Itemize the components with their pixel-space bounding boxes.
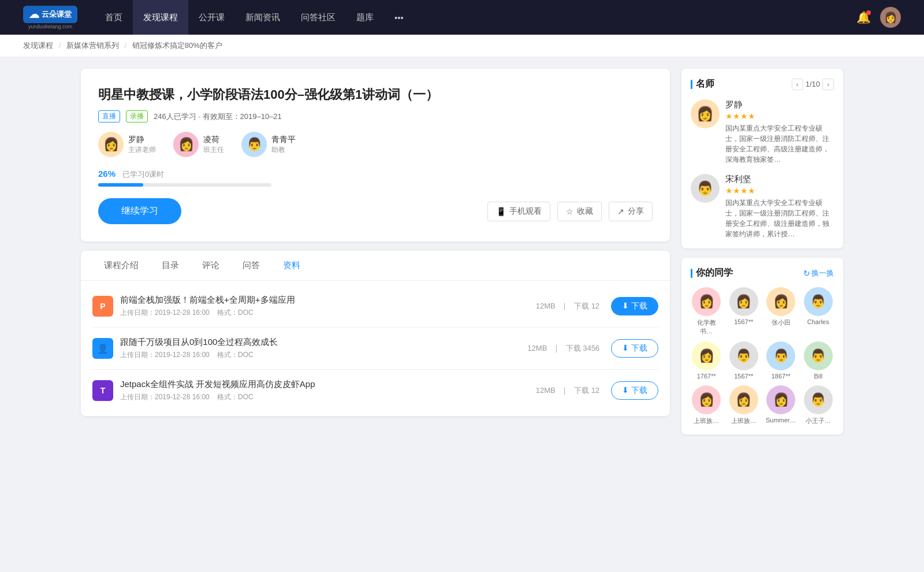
breadcrumb-item-1[interactable]: 发现课程 [23,41,53,50]
nav-menu: 首页 发现课程 公开课 新闻资讯 问答社区 题库 ••• [95,0,856,35]
classmate-name-4: 1767** [697,373,716,380]
mobile-label: 手机观看 [509,206,542,217]
classmate-4[interactable]: 👩 1767** [691,341,722,380]
badge-record: 录播 [126,110,148,122]
tab-resources[interactable]: 资料 [271,251,312,280]
resource-title-1: 跟随千万级项目从0到100全过程高效成长 [120,337,527,348]
teachers-pagination: ‹ 1/10 › [792,79,834,90]
classmate-6[interactable]: 👨 1867** [765,341,797,380]
classmate-3[interactable]: 👨 Charles [803,287,834,336]
page-info: 1/10 [806,80,820,88]
classmate-name-9: 上班族… [731,417,757,425]
sidebar-teacher-stars-0: ★★★★ [725,112,834,121]
classmate-avatar-5: 👨 [729,341,758,370]
notification-bell[interactable]: 🔔 [856,10,871,24]
resource-icon-1: 👤 [92,338,113,359]
content-left: 明星中教授课，小学阶段语法100分–强化级第1讲动词（一） 直播 录播 246人… [81,69,670,434]
download-button-1[interactable]: ⬇ 下载 [611,339,658,358]
classmate-11[interactable]: 👨 小王子… [803,385,834,425]
classmate-5[interactable]: 👨 1567** [728,341,760,380]
collect-label: 收藏 [577,206,593,217]
classmate-name-6: 1867** [772,373,791,380]
resource-icon-2: T [92,380,113,401]
classmate-name-7: Bill [814,373,822,380]
action-row: 继续学习 📱 手机观看 ☆ 收藏 ↗ 分享 [98,198,653,224]
classmate-1[interactable]: 👩 1567** [728,287,760,336]
classmate-10[interactable]: 👩 Summer… [765,385,797,425]
nav-item-home[interactable]: 首页 [95,0,133,35]
next-page-button[interactable]: › [822,79,834,90]
share-icon: ↗ [617,207,624,216]
nav-item-qa[interactable]: 问答社区 [290,0,346,35]
resource-stats-0: 12MB ｜ 下载 12 [536,301,599,311]
nav-item-quiz[interactable]: 题库 [346,0,384,35]
breadcrumb-item-2[interactable]: 新媒体营销系列 [66,41,119,50]
share-button[interactable]: ↗ 分享 [609,202,653,221]
action-buttons: 📱 手机观看 ☆ 收藏 ↗ 分享 [487,202,653,221]
teachers-title-text: 名师 [696,78,714,90]
classmate-name-8: 上班族… [694,417,719,425]
teacher-2: 👨 青青平 助教 [241,132,296,157]
classmate-name-11: 小王子… [806,417,831,425]
sidebar-teacher-avatar-1: 👨 [691,174,720,203]
classmate-avatar-10: 👩 [766,385,795,414]
tab-intro[interactable]: 课程介绍 [92,251,150,280]
sidebar-teacher-1: 👨 宋利坚 ★★★★ 国内某重点大学安全工程专业硕士，国家一级注册消防工程师、注… [691,174,834,239]
sidebar-teacher-stars-1: ★★★★ [725,186,834,195]
classmate-2[interactable]: 👩 张小田 [765,287,797,336]
download-button-2[interactable]: ⬇ 下载 [611,381,658,400]
resource-item-2: T Jetpack全组件实战 开发短视频应用高仿皮皮虾App 上传日期：2019… [92,370,658,411]
classmate-name-0: 化学教书… [691,318,722,336]
nav-item-open[interactable]: 公开课 [188,0,235,35]
classmate-avatar-2: 👩 [766,287,795,316]
sidebar-teacher-name-0: 罗静 [725,99,834,110]
resource-item-0: P 前端全栈加强版！前端全栈+全周期+多端应用 上传日期：2019-12-28 … [92,285,658,328]
sidebar-teacher-name-1: 宋利坚 [725,174,834,185]
classmate-9[interactable]: 👩 上班族… [728,385,760,425]
sidebar-teacher-desc-0: 国内某重点大学安全工程专业硕士，国家一级注册消防工程师、注册安全工程师、高级注册… [725,123,834,165]
classmate-name-5: 1567** [734,373,753,380]
tab-review[interactable]: 评论 [191,251,231,280]
teacher-role-0: 主讲老师 [128,145,156,155]
nav-item-news[interactable]: 新闻资讯 [235,0,290,35]
logo-sub: yunduoketang.com [28,24,72,29]
refresh-label: 换一换 [811,268,834,278]
teacher-1: 👩 凌荷 班主任 [173,132,224,157]
tab-catalog[interactable]: 目录 [150,251,191,280]
nav-item-more[interactable]: ••• [384,0,414,35]
mobile-view-button[interactable]: 📱 手机观看 [487,202,550,221]
classmate-7[interactable]: 👨 Bill [803,341,834,380]
classmate-8[interactable]: 👩 上班族… [691,385,722,425]
nav-right: 🔔 👩 [856,7,901,28]
course-title: 明星中教授课，小学阶段语法100分–强化级第1讲动词（一） [98,86,653,103]
classmate-avatar-8: 👩 [692,385,721,414]
classmate-avatar-9: 👩 [729,385,758,414]
classmates-title: 你的同学 [691,267,733,279]
resource-info-2: Jetpack全组件实战 开发短视频应用高仿皮皮虾App 上传日期：2019-1… [120,379,536,402]
teacher-avatar-0: 👩 [98,132,124,157]
logo[interactable]: ☁ 云朵课堂 yunduoketang.com [23,6,77,29]
nav-item-discover[interactable]: 发现课程 [133,0,188,35]
teacher-name-0: 罗静 [128,135,156,145]
collect-button[interactable]: ☆ 收藏 [557,202,602,221]
progress-sub: 已学习0课时 [122,170,164,179]
classmate-avatar-4: 👩 [692,341,721,370]
main-container: 明星中教授课，小学阶段语法100分–强化级第1讲动词（一） 直播 录播 246人… [58,57,866,446]
user-avatar[interactable]: 👩 [880,7,901,28]
teacher-role-1: 班主任 [203,145,224,155]
badge-live: 直播 [98,110,120,122]
share-label: 分享 [628,206,644,217]
prev-page-button[interactable]: ‹ [792,79,803,90]
refresh-button[interactable]: ↻ 换一换 [803,268,834,278]
classmate-avatar-0: 👩 [692,287,721,316]
breadcrumb-sep-1: / [59,41,63,50]
download-button-0[interactable]: ⬇ 下载 [611,297,658,315]
course-meta-text: 246人已学习 · 有效期至：2019–10–21 [154,112,282,122]
continue-learning-button[interactable]: 继续学习 [98,198,181,224]
tab-qa[interactable]: 问答 [231,251,271,280]
navbar: ☁ 云朵课堂 yunduoketang.com 首页 发现课程 公开课 新闻资讯… [0,0,924,35]
teacher-0: 👩 罗静 主讲老师 [98,132,156,157]
classmate-0[interactable]: 👩 化学教书… [691,287,722,336]
classmate-avatar-1: 👩 [729,287,758,316]
classmate-name-1: 1567** [734,318,753,325]
